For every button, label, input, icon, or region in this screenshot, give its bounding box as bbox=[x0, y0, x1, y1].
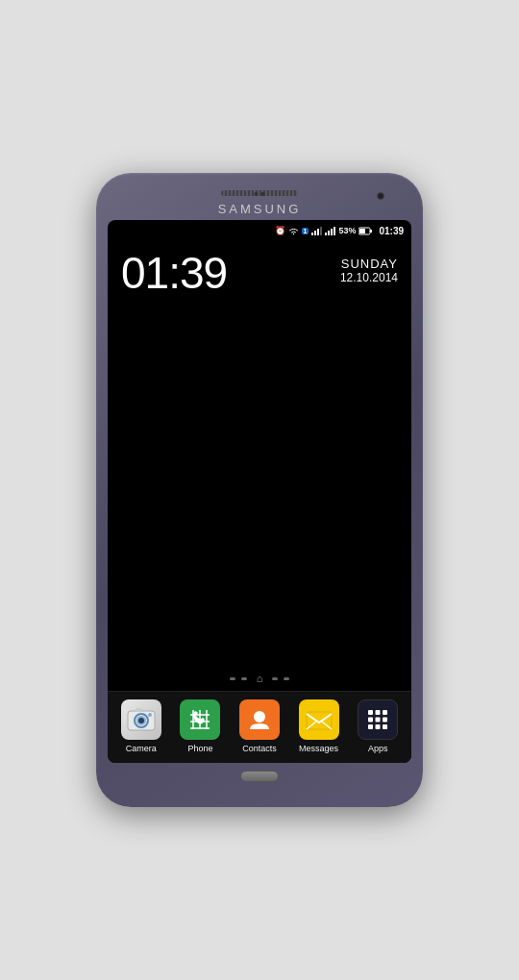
svg-rect-23 bbox=[376, 718, 381, 723]
svg-rect-24 bbox=[383, 718, 387, 723]
brand-label: SAMSUNG bbox=[218, 202, 302, 216]
messages-icon-wrapper bbox=[299, 699, 339, 740]
date-string: 12.10.2014 bbox=[340, 271, 398, 284]
battery-icon bbox=[358, 227, 372, 235]
home-dot[interactable]: ⌂ bbox=[253, 672, 266, 685]
signal-bars-1 bbox=[311, 227, 322, 235]
phone-icon bbox=[186, 706, 213, 733]
svg-rect-2 bbox=[370, 230, 372, 233]
dock-item-messages[interactable]: Messages bbox=[294, 699, 344, 753]
phone-device: SAMSUNG ⏰ 1 bbox=[96, 173, 423, 807]
page-dot-1 bbox=[230, 677, 235, 680]
page-dot-4 bbox=[284, 677, 289, 680]
camera-icon-wrapper bbox=[121, 699, 161, 740]
day-name: SUNDAY bbox=[341, 257, 398, 271]
phone-top-bar bbox=[108, 190, 411, 196]
svg-rect-25 bbox=[368, 724, 373, 729]
dock-item-phone[interactable]: Phone bbox=[175, 699, 225, 753]
dock: Camera Phone bbox=[108, 691, 411, 763]
page-dot-2 bbox=[241, 677, 247, 680]
phone-label: Phone bbox=[187, 744, 212, 753]
svg-point-15 bbox=[254, 711, 265, 723]
svg-rect-21 bbox=[383, 710, 387, 715]
battery-percent: 53% bbox=[338, 226, 356, 235]
dock-item-apps[interactable]: Apps bbox=[353, 699, 403, 753]
camera-label: Camera bbox=[126, 744, 157, 753]
svg-rect-22 bbox=[368, 718, 373, 723]
messages-label: Messages bbox=[299, 744, 338, 753]
sensors bbox=[255, 192, 265, 196]
svg-rect-27 bbox=[383, 724, 387, 729]
status-icons: ⏰ 1 bbox=[275, 226, 405, 236]
camera-icon bbox=[126, 704, 157, 735]
alarm-icon: ⏰ bbox=[275, 226, 285, 235]
page-dots: ⌂ bbox=[108, 666, 411, 691]
svg-rect-26 bbox=[376, 724, 381, 729]
contacts-icon bbox=[246, 706, 273, 733]
dock-item-contacts[interactable]: Contacts bbox=[235, 699, 284, 753]
svg-point-6 bbox=[138, 718, 144, 723]
svg-rect-19 bbox=[368, 710, 373, 715]
bottom-area bbox=[240, 763, 279, 786]
contacts-label: Contacts bbox=[242, 744, 277, 753]
clock-display: 01:39 bbox=[121, 251, 227, 295]
page-dot-3 bbox=[272, 677, 278, 680]
phone-icon-wrapper bbox=[180, 699, 220, 740]
dock-item-camera[interactable]: Camera bbox=[116, 699, 166, 753]
svg-point-8 bbox=[148, 713, 152, 717]
date-area: SUNDAY 12.10.2014 bbox=[340, 251, 398, 284]
front-camera bbox=[377, 192, 384, 200]
apps-icon-wrapper bbox=[358, 699, 398, 740]
status-bar: ⏰ 1 bbox=[108, 220, 411, 241]
signal-bars-2 bbox=[325, 227, 335, 235]
svg-rect-1 bbox=[359, 229, 365, 233]
network-badge: 1 bbox=[302, 228, 309, 234]
apps-label: Apps bbox=[368, 744, 388, 753]
contacts-icon-wrapper bbox=[239, 699, 280, 740]
clock-area: 01:39 SUNDAY 12.10.2014 bbox=[108, 241, 411, 295]
status-time: 01:39 bbox=[379, 226, 404, 236]
messages-icon bbox=[304, 704, 334, 735]
home-dot-icon: ⌂ bbox=[257, 673, 263, 684]
wifi-icon bbox=[288, 227, 299, 235]
svg-rect-7 bbox=[136, 708, 142, 712]
apps-icon bbox=[364, 706, 391, 733]
phone-screen: ⏰ 1 bbox=[108, 220, 411, 763]
home-content bbox=[108, 295, 411, 666]
home-button[interactable] bbox=[240, 771, 279, 782]
svg-rect-20 bbox=[376, 710, 381, 715]
